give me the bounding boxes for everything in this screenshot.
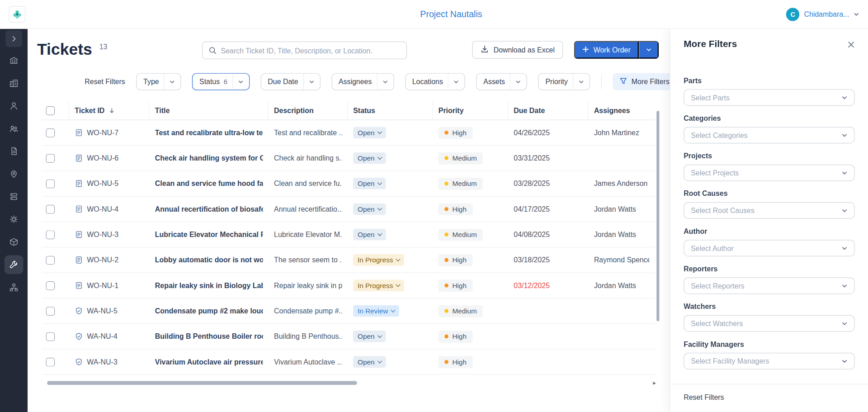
status-dropdown[interactable]: Open (353, 331, 386, 342)
ticket-title-link[interactable]: Condensate pump #2 make loud n... (155, 307, 263, 315)
work-order-button[interactable]: Work Order (574, 41, 639, 59)
table-row[interactable]: WO-NU-4 Annual recertification of biosaf… (42, 197, 655, 222)
scroll-right-arrow[interactable]: ▸ (653, 379, 656, 387)
filter-chip-priority[interactable]: Priority (538, 73, 590, 90)
filter-divider (601, 75, 601, 89)
table-row[interactable]: WA-NU-3 Vivarium Autoclave air pressure … (42, 350, 655, 375)
chevron-down-icon (396, 257, 400, 261)
row-checkbox[interactable] (46, 307, 55, 316)
ticket-id: WO-NU-2 (87, 256, 118, 264)
app-logo[interactable] (9, 6, 26, 23)
chevron-down-icon (303, 74, 320, 90)
row-checkbox[interactable] (46, 154, 55, 163)
horizontal-scrollbar-thumb[interactable] (47, 381, 357, 385)
sidebar-item-buildings[interactable] (5, 51, 24, 70)
row-checkbox[interactable] (46, 128, 55, 137)
user-menu[interactable]: C Chidambara... (786, 8, 859, 21)
sidebar-item-assets[interactable] (5, 187, 24, 206)
map-pin-icon (9, 169, 19, 179)
sidebar-item-teams[interactable] (5, 119, 24, 138)
projects-select[interactable]: Select Projects (684, 165, 854, 181)
status-dropdown[interactable]: In Progress (353, 279, 404, 291)
status-dropdown[interactable]: In Review (353, 305, 399, 317)
stack-icon (9, 192, 19, 202)
filter-group-projects: Projects Select Projects (684, 152, 854, 181)
sidebar-item-hierarchy[interactable] (5, 278, 24, 297)
close-icon[interactable] (848, 41, 855, 48)
more-filters-button[interactable]: More Filters (613, 73, 676, 90)
reporters-select[interactable]: Select Reporters (684, 277, 854, 294)
ticket-title-link[interactable]: Lubricate Elevator Mechanical Par... (155, 230, 263, 238)
sort-descending-icon[interactable] (108, 107, 115, 114)
author-select[interactable]: Select Author (684, 240, 854, 256)
status-dropdown[interactable]: Open (353, 203, 386, 215)
facility-managers-select[interactable]: Select Facility Managers (684, 353, 854, 369)
ticket-title-link[interactable]: Check air handling system for GM... (155, 154, 263, 162)
ticket-title-link[interactable]: Lobby automatic door is not worki... (155, 256, 263, 264)
row-checkbox[interactable] (46, 332, 55, 341)
reset-filters-button[interactable]: Reset Filters (85, 77, 125, 85)
watchers-select[interactable]: Select Watchers (684, 315, 854, 332)
status-dropdown[interactable]: Open (353, 229, 386, 241)
filter-chip-due-date[interactable]: Due Date (260, 73, 320, 90)
table-row[interactable]: WA-NU-4 Building B Penthouse Boiler room… (42, 324, 655, 349)
status-dropdown[interactable]: Open (353, 127, 386, 138)
table-row[interactable]: WO-NU-3 Lubricate Elevator Mechanical Pa… (42, 222, 655, 247)
sidebar-item-inventory[interactable] (5, 232, 24, 251)
status-dropdown[interactable]: Open (353, 178, 386, 189)
status-dropdown[interactable]: In Progress (353, 254, 404, 266)
root-causes-select[interactable]: Select Root Causes (684, 202, 854, 219)
box-icon (9, 237, 19, 247)
search-input[interactable] (221, 46, 401, 54)
priority-badge: High (439, 330, 473, 342)
row-checkbox[interactable] (46, 204, 55, 213)
ticket-title-link[interactable]: Annual recertification of biosafety... (155, 205, 263, 213)
row-checkbox[interactable] (46, 256, 55, 265)
filter-chip-label: Status (199, 77, 220, 85)
panel-reset-filters-button[interactable]: Reset Filters (684, 393, 724, 401)
ticket-title-link[interactable]: Vivarium Autoclave air pressure le... (155, 358, 263, 366)
sidebar-item-maintenance[interactable] (5, 255, 24, 274)
filter-chip-label: Due Date (268, 77, 298, 85)
priority-badge: High (439, 203, 473, 215)
horizontal-scrollbar[interactable]: ▸ (42, 381, 655, 385)
row-checkbox[interactable] (46, 179, 55, 188)
chevron-down-icon (841, 132, 847, 138)
select-all-checkbox[interactable] (46, 106, 55, 115)
row-checkbox[interactable] (46, 357, 55, 366)
filter-chip-locations[interactable]: Locations (405, 73, 465, 90)
download-excel-button[interactable]: Download as Excel (472, 41, 563, 59)
table-row[interactable]: WO-NU-1 Repair leaky sink in Biology Lab… (42, 273, 655, 298)
table-row[interactable]: WO-NU-6 Check air handling system for GM… (42, 146, 655, 171)
ticket-title-link[interactable]: Building B Penthouse Boiler room,... (155, 332, 263, 341)
filter-chip-assets[interactable]: Assets (476, 73, 527, 90)
work-order-dropdown-button[interactable] (639, 41, 659, 59)
table-row[interactable]: WO-NU-2 Lobby automatic door is not work… (42, 247, 655, 273)
filter-chip-status[interactable]: Status 6 (192, 73, 250, 90)
header-ticket-id: Ticket ID (75, 106, 104, 114)
sidebar-item-locations[interactable] (5, 165, 24, 184)
table-row[interactable]: WO-NU-7 Test and recalibrate ultra-low t… (42, 120, 655, 146)
status-dropdown[interactable]: Open (353, 356, 386, 368)
sidebar-item-people[interactable] (5, 96, 24, 115)
parts-select[interactable]: Select Parts (684, 89, 854, 106)
ticket-title-link[interactable]: Clean and service fume hood fans (155, 180, 263, 188)
table-row[interactable]: WO-NU-5 Clean and service fume hood fans… (42, 171, 655, 196)
status-dropdown[interactable]: Open (353, 152, 386, 164)
vertical-scrollbar-thumb[interactable] (656, 111, 659, 321)
more-filters-label: More Filters (632, 77, 670, 85)
ticket-title-link[interactable]: Test and recalibrate ultra-low tem... (155, 128, 263, 137)
sidebar-item-portfolio[interactable] (5, 74, 24, 93)
row-checkbox[interactable] (46, 230, 55, 239)
chevron-down-icon (377, 359, 382, 363)
row-checkbox[interactable] (46, 281, 55, 290)
group-label: Projects (684, 152, 854, 160)
ticket-title-link[interactable]: Repair leaky sink in Biology Lab (155, 281, 263, 289)
table-row[interactable]: WA-NU-5 Condensate pump #2 make loud n..… (42, 298, 655, 324)
sidebar-item-documents[interactable] (5, 142, 24, 161)
sidebar-item-settings[interactable] (5, 210, 24, 229)
filter-chip-assignees[interactable]: Assignees (331, 73, 394, 90)
sidebar-expand-button[interactable] (5, 30, 22, 47)
filter-chip-type[interactable]: Type (136, 73, 181, 90)
categories-select[interactable]: Select Categories (684, 127, 854, 143)
